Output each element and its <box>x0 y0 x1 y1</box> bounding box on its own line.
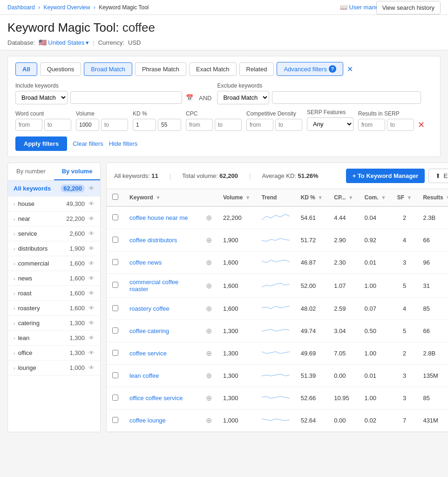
eye-icon[interactable]: 👁 <box>88 200 95 207</box>
add-keyword-icon[interactable]: ⊕ <box>206 214 212 222</box>
add-keyword-icon[interactable]: ⊕ <box>206 372 212 380</box>
eye-icon[interactable]: 👁 <box>88 245 95 252</box>
exclude-keywords-input[interactable] <box>272 91 421 104</box>
eye-icon[interactable]: 👁 <box>88 185 95 192</box>
keyword-link[interactable]: commercial coffee roaster <box>129 279 178 293</box>
sidebar-item-near[interactable]: › near 22,200 👁 <box>8 211 100 226</box>
breadcrumb-dashboard[interactable]: Dashboard <box>7 4 35 11</box>
eye-icon[interactable]: 👁 <box>88 290 95 297</box>
add-keyword-icon[interactable]: ⊕ <box>206 349 212 357</box>
view-search-history-button[interactable]: View search history <box>376 1 441 14</box>
sidebar-item-roastery[interactable]: › roastery 1,600 👁 <box>8 301 100 316</box>
word-count-to-input[interactable] <box>44 119 71 131</box>
volume-to-input[interactable] <box>101 119 128 131</box>
keyword-link[interactable]: office coffee service <box>129 395 183 402</box>
sidebar-item-office[interactable]: › office 1,300 👁 <box>8 346 100 361</box>
eye-icon[interactable]: 👁 <box>88 305 95 312</box>
breadcrumb-keyword-overview[interactable]: Keyword Overview <box>43 4 90 11</box>
col-keyword[interactable]: Keyword ▼ <box>124 189 198 206</box>
row-checkbox[interactable] <box>112 417 118 423</box>
hide-filters-button[interactable]: Hide filters <box>109 140 137 147</box>
kd-to-input[interactable] <box>158 119 181 131</box>
sidebar-item-lounge[interactable]: › lounge 1,000 👁 <box>8 361 100 375</box>
add-keyword-icon[interactable]: ⊕ <box>206 259 212 266</box>
col-results[interactable]: Results ▼ <box>417 189 448 206</box>
add-keyword-icon[interactable]: ⊕ <box>206 394 212 402</box>
row-checkbox[interactable] <box>112 259 118 265</box>
exclude-match-select[interactable]: Broad Match <box>217 91 269 104</box>
tab-advanced-filters[interactable]: Advanced filters ? <box>277 62 343 76</box>
sidebar-item-commercial[interactable]: › commercial 1,600 👁 <box>8 256 100 271</box>
col-com[interactable]: Com. ▼ <box>359 189 392 206</box>
sidebar-item-roast[interactable]: › roast 1,600 👁 <box>8 286 100 301</box>
keyword-link[interactable]: coffee distributors <box>129 237 177 244</box>
cpc-from-input[interactable] <box>186 119 213 131</box>
add-keyword-icon[interactable]: ⊕ <box>206 305 212 313</box>
sidebar-item-service[interactable]: › service 2,600 👁 <box>8 226 100 241</box>
add-keyword-icon[interactable]: ⊕ <box>206 236 212 244</box>
sidebar-tab-by-volume[interactable]: By volume <box>54 163 100 180</box>
sidebar-item-catering[interactable]: › catering 1,300 👁 <box>8 316 100 331</box>
keyword-link[interactable]: coffee lounge <box>129 417 166 424</box>
add-keyword-icon[interactable]: ⊕ <box>206 282 212 290</box>
col-sf[interactable]: SF ▼ <box>392 189 418 206</box>
kd-from-input[interactable] <box>133 119 156 131</box>
keyword-link[interactable]: coffee service <box>129 350 167 357</box>
cpc-to-input[interactable] <box>215 119 242 131</box>
eye-icon[interactable]: 👁 <box>88 215 95 222</box>
keyword-link[interactable]: coffee news <box>129 259 162 266</box>
sidebar-item-news[interactable]: › news 1,600 👁 <box>8 271 100 286</box>
tab-exact-match[interactable]: Exact Match <box>189 62 237 76</box>
eye-icon[interactable]: 👁 <box>88 334 95 341</box>
sidebar-item-lean[interactable]: › lean 1,300 👁 <box>8 331 100 346</box>
eye-icon[interactable]: 👁 <box>88 230 95 237</box>
tab-all[interactable]: All <box>15 62 37 76</box>
eye-icon[interactable]: 👁 <box>88 260 95 267</box>
word-count-from-input[interactable] <box>15 119 42 131</box>
include-match-select[interactable]: Broad Match <box>15 91 68 104</box>
eye-icon[interactable]: 👁 <box>88 320 95 327</box>
sidebar-item-distributors[interactable]: › distributors 1,900 👁 <box>8 241 100 256</box>
row-checkbox[interactable] <box>112 327 118 334</box>
results-serp-from-input[interactable] <box>358 119 385 131</box>
tab-broad-match[interactable]: Broad Match <box>84 62 132 76</box>
keyword-link[interactable]: coffee catering <box>129 327 169 334</box>
col-cp[interactable]: CP... ▼ <box>328 189 359 206</box>
sidebar-item-house[interactable]: › house 49,300 👁 <box>8 197 100 211</box>
row-checkbox[interactable] <box>112 395 118 401</box>
add-keyword-icon[interactable]: ⊕ <box>206 416 212 424</box>
database-selector[interactable]: 🇺🇸 United States ▾ <box>39 39 89 46</box>
to-keyword-manager-button[interactable]: + To Keyword Manager <box>346 169 425 183</box>
row-checkbox[interactable] <box>112 282 118 288</box>
keyword-link[interactable]: coffee house near me <box>129 214 188 221</box>
row-checkbox[interactable] <box>112 214 118 220</box>
tab-related[interactable]: Related <box>239 62 274 76</box>
row-checkbox[interactable] <box>112 350 118 356</box>
row-checkbox[interactable] <box>112 372 118 378</box>
eye-icon[interactable]: 👁 <box>88 349 95 356</box>
select-all-checkbox[interactable] <box>112 194 118 200</box>
add-keyword-icon[interactable]: ⊕ <box>206 327 212 335</box>
tab-questions[interactable]: Questions <box>40 62 81 76</box>
volume-from-input[interactable] <box>76 119 99 131</box>
serp-features-select[interactable]: Any <box>307 117 353 131</box>
export-button[interactable]: ⬆ Export <box>428 169 448 183</box>
clear-filters-x-button[interactable]: ✕ <box>416 120 427 130</box>
results-serp-to-input[interactable] <box>387 119 414 131</box>
sidebar-item-All-keywords[interactable]: All keywords 62,200 👁 <box>8 181 100 197</box>
include-keywords-input[interactable] <box>70 91 182 104</box>
apply-filters-button[interactable]: Apply filters <box>15 136 67 151</box>
close-advanced-button[interactable]: ✕ <box>347 65 353 74</box>
comp-density-from-input[interactable] <box>246 119 273 131</box>
row-checkbox[interactable] <box>112 305 118 311</box>
tab-phrase-match[interactable]: Phrase Match <box>135 62 186 76</box>
eye-icon[interactable]: 👁 <box>88 275 95 282</box>
sidebar-tab-by-number[interactable]: By number <box>8 163 54 180</box>
col-kd[interactable]: KD % ▼ <box>295 189 329 206</box>
keyword-link[interactable]: lean coffee <box>129 372 159 379</box>
comp-density-to-input[interactable] <box>275 119 302 131</box>
col-volume[interactable]: Volume ▼ <box>217 189 256 206</box>
keyword-link[interactable]: roastery coffee <box>129 305 170 312</box>
eye-icon[interactable]: 👁 <box>88 364 95 371</box>
row-checkbox[interactable] <box>112 237 118 243</box>
